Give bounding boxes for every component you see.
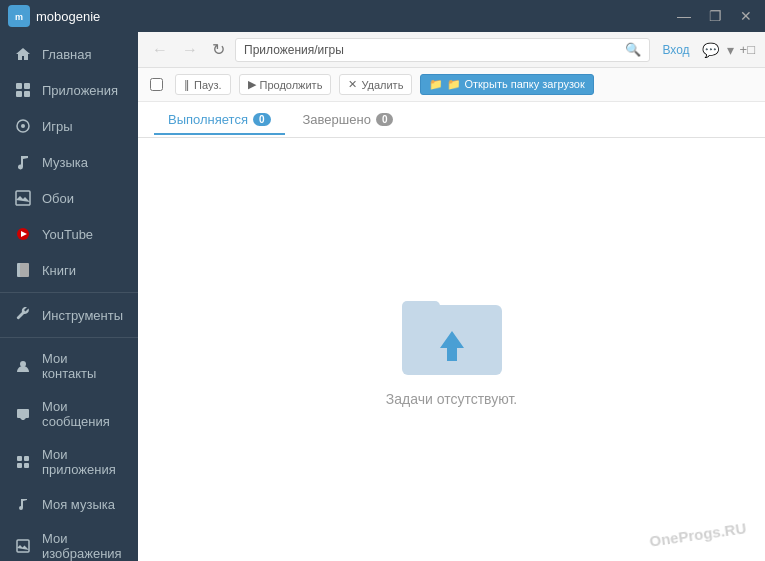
tab-completed[interactable]: Завершено 0 bbox=[289, 106, 408, 135]
svg-rect-4 bbox=[16, 91, 22, 97]
svg-rect-3 bbox=[24, 83, 30, 89]
svg-rect-17 bbox=[17, 463, 22, 468]
contacts-icon bbox=[14, 357, 32, 375]
tabs: Выполняется 0 Завершено 0 bbox=[138, 102, 765, 138]
restore-button[interactable]: ❐ bbox=[704, 6, 727, 26]
nav-divider-2 bbox=[0, 337, 138, 338]
app-logo: m bbox=[8, 5, 30, 27]
sidebar-item-home[interactable]: Главная bbox=[0, 36, 138, 72]
nav-divider-1 bbox=[0, 292, 138, 293]
toolbar-icons: 💬 ▾ bbox=[702, 42, 734, 58]
sidebar-item-wallpapers[interactable]: Обои bbox=[0, 180, 138, 216]
sidebar-label-home: Главная bbox=[42, 47, 91, 62]
sidebar-label-my-messages: Мои сообщения bbox=[42, 399, 124, 429]
back-button[interactable]: ← bbox=[148, 39, 172, 61]
svg-rect-2 bbox=[16, 83, 22, 89]
svg-rect-5 bbox=[24, 91, 30, 97]
toolbar: ← → ↻ Приложения/игры 🔍 Вход 💬 ▾ +□ bbox=[138, 32, 765, 68]
messages-icon bbox=[14, 405, 32, 423]
sidebar-label-games: Игры bbox=[42, 119, 73, 134]
sidebar: Главная Приложения bbox=[0, 32, 138, 561]
title-bar: m mobogenie — ❐ ✕ bbox=[0, 0, 765, 32]
menu-icon: ▾ bbox=[727, 42, 734, 58]
svg-rect-15 bbox=[17, 456, 22, 461]
my-apps-icon bbox=[14, 453, 32, 471]
app-container: m mobogenie — ❐ ✕ Главная bbox=[0, 0, 765, 561]
right-panel: ← → ↻ Приложения/игры 🔍 Вход 💬 ▾ +□ ‖ bbox=[138, 32, 765, 561]
books-icon bbox=[14, 261, 32, 279]
start-all-button[interactable]: ▶ Продолжить bbox=[239, 74, 332, 95]
app-name: mobogenie bbox=[36, 9, 100, 24]
music-icon bbox=[14, 153, 32, 171]
forward-button[interactable]: → bbox=[178, 39, 202, 61]
svg-rect-19 bbox=[17, 540, 29, 552]
svg-rect-25 bbox=[402, 301, 440, 321]
refresh-button[interactable]: ↻ bbox=[208, 38, 229, 61]
sidebar-item-apps[interactable]: Приложения bbox=[0, 72, 138, 108]
sidebar-item-books[interactable]: Книги bbox=[0, 252, 138, 288]
pause-icon: ‖ bbox=[184, 78, 190, 91]
youtube-icon bbox=[14, 225, 32, 243]
tab-completed-badge: 0 bbox=[376, 113, 394, 126]
sidebar-item-music[interactable]: Музыка bbox=[0, 144, 138, 180]
sidebar-item-tools[interactable]: Инструменты bbox=[0, 297, 138, 333]
empty-message: Задачи отсутствуют. bbox=[386, 391, 517, 407]
svg-rect-12 bbox=[20, 263, 29, 277]
sidebar-label-tools: Инструменты bbox=[42, 308, 123, 323]
delete-all-label: Удалить bbox=[361, 79, 403, 91]
content-area: Задачи отсутствуют. bbox=[138, 138, 765, 561]
sidebar-label-wallpapers: Обои bbox=[42, 191, 74, 206]
svg-text:m: m bbox=[15, 12, 23, 22]
svg-rect-16 bbox=[24, 456, 29, 461]
empty-state: Задачи отсутствуют. bbox=[386, 293, 517, 407]
sidebar-item-my-apps[interactable]: Мои приложения bbox=[0, 438, 138, 486]
sidebar-item-my-messages[interactable]: Мои сообщения bbox=[0, 390, 138, 438]
sidebar-item-my-contacts[interactable]: Мои контакты bbox=[0, 342, 138, 390]
sidebar-item-games[interactable]: Игры bbox=[0, 108, 138, 144]
delete-all-button[interactable]: ✕ Удалить bbox=[339, 74, 412, 95]
tab-active-badge: 0 bbox=[253, 113, 271, 126]
action-bar: ‖ Пауз. ▶ Продолжить ✕ Удалить 📁 📁 Откры… bbox=[138, 68, 765, 102]
sidebar-item-my-images[interactable]: Мои изображения bbox=[0, 522, 138, 561]
wallpapers-icon bbox=[14, 189, 32, 207]
start-all-label: Продолжить bbox=[260, 79, 323, 91]
open-folder-button[interactable]: 📁 📁 Открыть папку загрузок bbox=[420, 74, 593, 95]
svg-point-7 bbox=[21, 124, 25, 128]
address-bar[interactable]: Приложения/игры 🔍 bbox=[235, 38, 650, 62]
empty-folder-icon bbox=[402, 293, 502, 375]
apps-icon bbox=[14, 81, 32, 99]
my-music-icon bbox=[14, 495, 32, 513]
title-bar-left: m mobogenie bbox=[8, 5, 100, 27]
sidebar-nav: Главная Приложения bbox=[0, 32, 138, 561]
sidebar-label-my-images: Мои изображения bbox=[42, 531, 124, 561]
sidebar-label-books: Книги bbox=[42, 263, 76, 278]
message-icon: 💬 bbox=[702, 42, 719, 58]
tab-active[interactable]: Выполняется 0 bbox=[154, 106, 285, 135]
sidebar-label-youtube: YouTube bbox=[42, 227, 93, 242]
sidebar-label-apps: Приложения bbox=[42, 83, 118, 98]
tab-active-label: Выполняется bbox=[168, 112, 248, 127]
address-text: Приложения/игры bbox=[244, 43, 344, 57]
search-icon: 🔍 bbox=[625, 42, 641, 57]
sidebar-item-youtube[interactable]: YouTube bbox=[0, 216, 138, 252]
my-images-icon bbox=[14, 537, 32, 555]
delete-icon: ✕ bbox=[348, 78, 357, 91]
sidebar-label-my-music: Моя музыка bbox=[42, 497, 115, 512]
svg-rect-14 bbox=[17, 409, 29, 418]
add-icon[interactable]: +□ bbox=[740, 42, 755, 57]
folder-icon: 📁 bbox=[429, 78, 443, 91]
sidebar-item-my-music[interactable]: Моя музыка bbox=[0, 486, 138, 522]
sidebar-label-music: Музыка bbox=[42, 155, 88, 170]
minimize-button[interactable]: — bbox=[672, 6, 696, 26]
home-icon bbox=[14, 45, 32, 63]
svg-rect-18 bbox=[24, 463, 29, 468]
select-all-checkbox[interactable] bbox=[150, 78, 163, 91]
tab-completed-label: Завершено bbox=[303, 112, 371, 127]
pause-all-button[interactable]: ‖ Пауз. bbox=[175, 74, 231, 95]
close-button[interactable]: ✕ bbox=[735, 6, 757, 26]
sidebar-label-my-contacts: Мои контакты bbox=[42, 351, 124, 381]
main-wrapper: Главная Приложения bbox=[0, 32, 765, 561]
tools-icon bbox=[14, 306, 32, 324]
signin-button[interactable]: Вход bbox=[656, 43, 695, 57]
title-bar-controls: — ❐ ✕ bbox=[672, 6, 757, 26]
